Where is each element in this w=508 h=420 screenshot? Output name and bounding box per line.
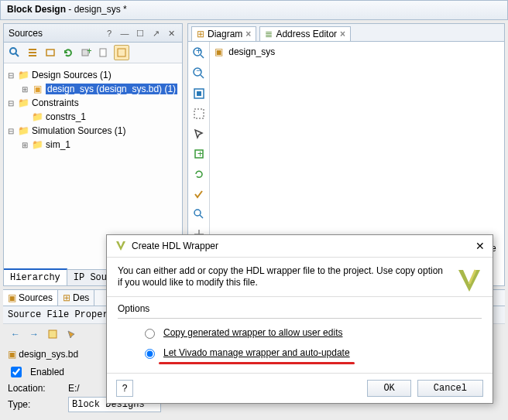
radio-copy-wrapper[interactable]: Copy generated wrapper to allow user edi…	[141, 326, 482, 339]
pointer-icon[interactable]	[64, 326, 79, 342]
options-label: Options	[118, 303, 149, 314]
radio-copy-label: Copy generated wrapper to allow user edi…	[163, 327, 342, 338]
dialog-close-icon[interactable]: ✕	[475, 240, 485, 252]
svg-point-18	[194, 210, 201, 216]
radio-auto-wrapper[interactable]: Let Vivado manage wrapper and auto-updat…	[141, 347, 482, 359]
sources-panel-header: Sources ? — ☐ ↗ ✕	[4, 24, 182, 43]
regenerate-icon[interactable]	[190, 166, 208, 183]
radio-copy-input[interactable]	[145, 329, 155, 339]
svg-text:+: +	[196, 47, 201, 56]
collapse-all-icon[interactable]	[25, 45, 40, 60]
maximize-icon[interactable]: ☐	[134, 27, 146, 39]
property-file-name: design_sys.bd	[19, 349, 78, 360]
svg-rect-2	[46, 50, 54, 56]
enabled-label: Enabled	[30, 367, 84, 377]
dialog-title-text: Create HDL Wrapper	[132, 241, 218, 251]
zoom-in-icon[interactable]: +	[190, 45, 208, 62]
minimize-icon[interactable]: —	[118, 27, 131, 39]
show-icon[interactable]	[43, 45, 58, 60]
svg-rect-6	[118, 49, 125, 56]
select-icon[interactable]	[190, 125, 208, 142]
tree-node-design-sources[interactable]: ⊟📁Design Sources (1)	[7, 68, 179, 82]
title-main: Block Design	[7, 4, 66, 15]
copy-icon[interactable]	[96, 45, 112, 60]
mini-tab-design[interactable]: ⊞Des	[58, 290, 94, 306]
sources-title: Sources	[9, 28, 43, 39]
forward-icon[interactable]: →	[26, 326, 42, 342]
dialog-message: You can either add or copy the HDL wrapp…	[107, 258, 493, 297]
tab-address-editor[interactable]: ≣Address Editor×	[259, 26, 351, 41]
svg-line-19	[200, 215, 203, 218]
close-icon[interactable]: ×	[245, 29, 251, 39]
svg-point-0	[10, 48, 16, 54]
tree-node-sim-sources[interactable]: ⊟📁Simulation Sources (1)	[7, 124, 179, 138]
tree-node-constraints[interactable]: ⊟📁Constraints	[7, 96, 179, 110]
tree-node-constrs1[interactable]: 📁constrs_1	[7, 110, 179, 124]
float-icon[interactable]: ↗	[149, 27, 162, 39]
add-icon[interactable]: +	[78, 45, 94, 60]
cancel-button[interactable]: Cancel	[417, 380, 483, 397]
refresh-icon[interactable]	[60, 45, 76, 60]
title-sub: - design_sys *	[66, 4, 127, 15]
tree-node-design-file[interactable]: ⊞▣design_sys (design_sys.bd) (1)	[7, 82, 179, 96]
dialog-titlebar: Create HDL Wrapper ✕	[107, 235, 493, 258]
highlight-icon[interactable]	[45, 326, 60, 342]
back-icon[interactable]: ←	[8, 326, 23, 342]
validate-icon[interactable]	[190, 186, 208, 203]
dialog-help-button[interactable]: ?	[116, 380, 133, 397]
sources-tree: ⊟📁Design Sources (1) ⊞▣design_sys (desig…	[4, 63, 182, 156]
title-bar: Block Design - design_sys *	[0, 0, 508, 20]
vivado-icon	[115, 240, 127, 252]
svg-rect-20	[49, 330, 57, 338]
create-hdl-wrapper-dialog: Create HDL Wrapper ✕ You can either add …	[106, 234, 493, 404]
close-icon[interactable]: ✕	[165, 27, 177, 39]
search-icon[interactable]	[7, 45, 22, 60]
vivado-logo-icon	[454, 265, 485, 296]
close-icon[interactable]: ×	[340, 29, 345, 39]
svg-rect-15	[194, 109, 204, 118]
svg-rect-14	[197, 91, 201, 96]
tab-diagram[interactable]: ⊞Diagram×	[191, 26, 256, 41]
radio-auto-input[interactable]	[145, 349, 155, 359]
mini-tab-sources[interactable]: ▣Sources	[3, 290, 58, 306]
tab-hierarchy[interactable]: Hierarchy	[4, 268, 67, 285]
tree-node-sim1[interactable]: ⊞📁sim_1	[7, 138, 179, 152]
enabled-checkbox[interactable]	[11, 367, 22, 377]
view-mode-icon[interactable]	[114, 45, 129, 60]
svg-text:−: −	[196, 67, 201, 76]
location-label: Location:	[8, 383, 62, 394]
canvas-design-name: design_sys	[228, 46, 275, 57]
zoom-out-icon[interactable]: −	[190, 65, 208, 82]
add-ip-icon[interactable]: +	[190, 145, 208, 162]
search-icon[interactable]	[190, 206, 208, 223]
ok-button[interactable]: OK	[367, 380, 410, 397]
radio-auto-label: Let Vivado manage wrapper and auto-updat…	[163, 347, 350, 358]
svg-rect-5	[100, 49, 106, 56]
svg-text:+: +	[197, 149, 203, 159]
zoom-area-icon[interactable]	[190, 105, 208, 122]
svg-line-1	[15, 53, 19, 56]
diagram-tabbar: ⊞Diagram× ≣Address Editor×	[188, 24, 504, 42]
svg-text:+: +	[87, 47, 91, 56]
help-icon[interactable]: ?	[103, 27, 115, 39]
sources-toolbar: +	[4, 43, 182, 63]
zoom-fit-icon[interactable]	[190, 85, 208, 102]
location-value: E:/	[68, 383, 80, 394]
type-label: Type:	[8, 399, 62, 410]
